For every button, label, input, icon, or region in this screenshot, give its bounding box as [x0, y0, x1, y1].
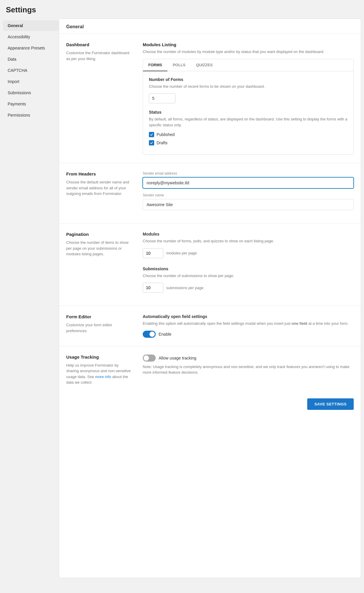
form-editor-left: Form Editor Customize your form editor p…	[66, 314, 131, 338]
submissions-pagination-subrow: Submissions Choose the number of submiss…	[143, 266, 354, 293]
tab-forms[interactable]: FORMS	[143, 59, 167, 71]
from-headers-right: Sender email address Sender name	[143, 171, 354, 215]
pagination-title: Pagination	[66, 232, 131, 237]
form-editor-title: Form Editor	[66, 314, 131, 319]
pagination-description: Choose the number of items to show per p…	[66, 240, 131, 257]
auto-open-toggle-label: Enable	[159, 332, 172, 337]
sidebar-item-accessibility[interactable]: Accessibility	[3, 32, 59, 42]
status-title: Status	[149, 110, 348, 115]
auto-open-description: Enabling this option will automatically …	[143, 321, 354, 327]
from-headers-title: From Headers	[66, 171, 131, 176]
modules-pagination-title: Modules	[143, 232, 354, 236]
dashboard-title: Dashboard	[66, 42, 131, 47]
allow-tracking-toggle[interactable]	[143, 355, 156, 362]
sidebar-item-general[interactable]: General	[3, 20, 59, 31]
modules-per-page-input[interactable]	[143, 248, 163, 258]
main-content: General Dashboard Customize the Forminat…	[59, 19, 361, 578]
submissions-pagination-title: Submissions	[143, 266, 354, 271]
save-settings-button[interactable]: SAVE SETTINGS	[307, 398, 354, 410]
sidebar: General Accessibility Appearance Presets…	[3, 19, 59, 578]
published-checkbox-row: Published	[149, 132, 348, 137]
email-input-group: Sender email address	[143, 171, 354, 188]
drafts-checkbox[interactable]	[149, 140, 154, 145]
pagination-left: Pagination Choose the number of items to…	[66, 232, 131, 297]
email-label: Sender email address	[143, 171, 354, 175]
from-headers-description: Choose the default sender name and sende…	[66, 179, 131, 197]
sidebar-item-submissions[interactable]: Submissions	[3, 87, 59, 98]
number-of-forms-input[interactable]	[149, 93, 175, 103]
from-headers-row: From Headers Choose the default sender n…	[59, 163, 361, 223]
sidebar-item-payments[interactable]: Payments	[3, 99, 59, 109]
modules-per-page-suffix: modules per page	[166, 251, 197, 255]
email-input[interactable]	[143, 177, 354, 188]
sender-name-input-group: Sender name	[143, 193, 354, 210]
allow-tracking-knob	[144, 355, 149, 361]
usage-tracking-description: Help us improve Forminator by sharing an…	[66, 362, 131, 385]
sidebar-item-import[interactable]: Import	[3, 76, 59, 87]
modules-box: FORMS POLLS QUIZZES Number of Forms Cho	[143, 59, 354, 155]
number-of-forms-title: Number of Forms	[149, 77, 348, 82]
modules-per-page-row: modules per page	[143, 248, 354, 258]
modules-listing-description: Choose the number of modules by module t…	[143, 49, 354, 55]
form-editor-right: Automatically open field settings Enabli…	[143, 314, 354, 338]
submissions-per-page-row: submissions per page	[143, 283, 354, 293]
from-headers-left: From Headers Choose the default sender n…	[66, 171, 131, 215]
usage-tracking-left: Usage Tracking Help us improve Forminato…	[66, 355, 131, 385]
submissions-per-page-suffix: submissions per page	[166, 286, 203, 290]
sidebar-item-permissions[interactable]: Permissions	[3, 110, 59, 120]
form-editor-row: Form Editor Customize your form editor p…	[59, 306, 361, 346]
modules-listing-title: Modules Listing	[143, 42, 354, 47]
modules-pagination-subrow: Modules Choose the number of forms, poll…	[143, 232, 354, 258]
modules-listing-right: Modules Listing Choose the number of mod…	[143, 42, 354, 155]
page-title: Settings	[6, 5, 358, 14]
tab-polls[interactable]: POLLS	[167, 59, 191, 71]
sender-name-label: Sender name	[143, 193, 354, 197]
sidebar-item-data[interactable]: Data	[3, 54, 59, 64]
allow-tracking-note: Note: Usage tracking is completely anony…	[143, 364, 354, 375]
allow-tracking-label: Allow usage tracking	[159, 356, 196, 360]
section-title: General	[66, 24, 354, 29]
usage-tracking-right: Allow usage tracking Note: Usage trackin…	[143, 355, 354, 385]
dashboard-left: Dashboard Customize the Forminator dashb…	[66, 42, 131, 155]
modules-pagination-description: Choose the number of forms, polls, and q…	[143, 238, 354, 244]
section-header: General	[59, 19, 361, 34]
sender-name-input[interactable]	[143, 199, 354, 210]
submissions-per-page-input[interactable]	[143, 283, 163, 293]
modules-content: Number of Forms Choose the number of rec…	[143, 71, 353, 155]
modules-tabs: FORMS POLLS QUIZZES	[143, 59, 353, 71]
form-editor-description: Customize your form editor preferences.	[66, 322, 131, 334]
drafts-checkbox-row: Drafts	[149, 140, 348, 145]
sidebar-item-appearance-presets[interactable]: Appearance Presets	[3, 43, 59, 53]
allow-tracking-toggle-container: Allow usage tracking	[143, 355, 354, 362]
submissions-pagination-description: Choose the number of submissions to show…	[143, 273, 354, 279]
more-info-link[interactable]: more info	[95, 375, 111, 379]
auto-open-toggle[interactable]	[143, 331, 156, 338]
number-of-forms-description: Choose the number of recent forms to be …	[149, 84, 348, 90]
save-bar: SAVE SETTINGS	[59, 394, 361, 415]
sidebar-item-captcha[interactable]: CAPTCHA	[3, 65, 59, 76]
auto-open-title: Automatically open field settings	[143, 314, 354, 319]
pagination-row: Pagination Choose the number of items to…	[59, 223, 361, 306]
published-checkbox[interactable]	[149, 132, 154, 137]
status-description: By default, all forms, regardless of sta…	[149, 116, 348, 128]
drafts-label: Drafts	[157, 140, 167, 145]
status-section: Status By default, all forms, regardless…	[149, 110, 348, 145]
published-label: Published	[157, 132, 175, 137]
pagination-right: Modules Choose the number of forms, poll…	[143, 232, 354, 297]
dashboard-row: Dashboard Customize the Forminator dashb…	[59, 34, 361, 163]
dashboard-description: Customize the Forminator dashboard as pe…	[66, 50, 131, 62]
tab-quizzes[interactable]: QUIZZES	[191, 59, 218, 71]
toggle-knob	[149, 332, 155, 337]
auto-open-toggle-container: Enable	[143, 331, 354, 338]
usage-tracking-row: Usage Tracking Help us improve Forminato…	[59, 346, 361, 394]
usage-tracking-title: Usage Tracking	[66, 355, 131, 360]
